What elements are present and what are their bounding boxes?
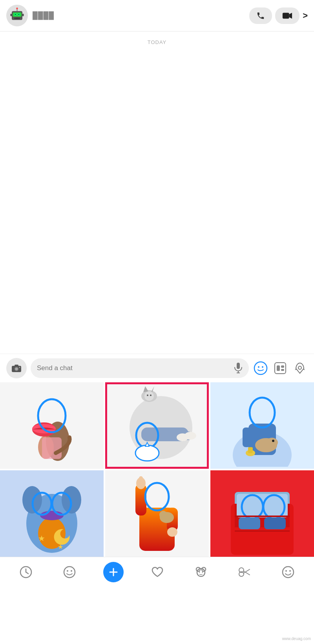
svg-point-93: [67, 570, 68, 572]
svg-rect-54: [243, 427, 250, 447]
header-actions: >: [249, 7, 308, 24]
date-label: TODAY: [148, 39, 167, 45]
svg-point-75: [167, 527, 177, 537]
svg-point-78: [145, 483, 169, 510]
svg-text:★: ★: [38, 534, 45, 543]
tab-recents[interactable]: [16, 562, 36, 582]
svg-marker-15: [289, 13, 292, 18]
svg-rect-86: [264, 517, 286, 529]
mic-button[interactable]: [234, 362, 243, 374]
svg-point-31: [298, 366, 301, 369]
sticker-figure-4: ★ ★: [0, 470, 104, 557]
sticker-item-1[interactable]: [0, 382, 104, 469]
tab-emoji[interactable]: [60, 562, 79, 582]
sticker-figure-2: [107, 384, 207, 467]
sticker-item-2[interactable]: [105, 382, 209, 469]
svg-point-5: [18, 14, 20, 15]
input-bar: [0, 354, 314, 382]
svg-rect-29: [281, 365, 284, 368]
sticker-item-6[interactable]: [210, 470, 314, 557]
bottom-tab-bar: [0, 557, 314, 587]
sticker-item-4[interactable]: ★ ★: [0, 470, 104, 557]
sticker-figure-1: [0, 382, 104, 469]
sticker-figure-5: [105, 470, 209, 557]
header: ████ >: [0, 0, 314, 31]
contact-name: ████: [33, 11, 249, 20]
tab-scissors[interactable]: [235, 562, 254, 582]
svg-point-43: [147, 394, 148, 396]
svg-point-42: [144, 391, 154, 401]
svg-rect-14: [283, 13, 289, 18]
svg-point-56: [266, 438, 278, 447]
svg-point-108: [289, 570, 291, 572]
sticker-section: ★ ★: [0, 382, 314, 557]
svg-point-58: [250, 398, 275, 427]
svg-point-48: [177, 433, 188, 441]
tab-bear[interactable]: [191, 562, 211, 582]
svg-rect-30: [281, 369, 284, 371]
svg-line-91: [26, 572, 28, 574]
svg-point-94: [71, 570, 72, 572]
svg-rect-37: [42, 437, 62, 459]
contact-avatar: [6, 5, 28, 26]
video-call-button[interactable]: [275, 7, 299, 24]
svg-point-106: [283, 567, 294, 578]
svg-rect-60: [248, 447, 253, 453]
tab-add[interactable]: [103, 562, 124, 582]
svg-rect-28: [277, 365, 280, 371]
svg-point-101: [202, 572, 203, 573]
chat-area: TODAY: [0, 31, 314, 354]
message-input[interactable]: [37, 364, 231, 372]
svg-rect-19: [15, 365, 18, 366]
svg-rect-21: [237, 363, 240, 369]
svg-point-20: [19, 367, 20, 368]
svg-point-24: [254, 362, 267, 374]
message-input-wrap: [31, 358, 249, 378]
svg-point-107: [285, 570, 287, 572]
sticker-item-5[interactable]: [105, 470, 209, 557]
svg-rect-12: [10, 14, 12, 16]
svg-rect-85: [239, 517, 260, 529]
svg-point-100: [199, 572, 200, 573]
tab-favorites[interactable]: [148, 562, 167, 582]
sticker-grid: ★ ★: [0, 382, 314, 557]
watermark: www.deuag.com: [282, 637, 311, 641]
svg-point-44: [150, 394, 152, 396]
svg-rect-87: [235, 530, 290, 532]
svg-point-11: [16, 7, 18, 9]
svg-rect-27: [275, 363, 286, 374]
svg-point-26: [262, 366, 263, 368]
svg-point-4: [15, 14, 16, 15]
svg-point-97: [197, 569, 205, 576]
sticker-button[interactable]: [272, 360, 288, 376]
audio-call-button[interactable]: [249, 7, 272, 24]
svg-rect-88: [235, 516, 290, 517]
svg-point-18: [15, 368, 18, 370]
svg-point-25: [258, 366, 259, 368]
svg-point-50: [135, 445, 159, 461]
svg-rect-13: [22, 14, 24, 16]
more-button[interactable]: >: [303, 11, 308, 21]
svg-point-77: [159, 511, 167, 519]
svg-rect-73: [139, 476, 143, 485]
bitmoji-button[interactable]: [292, 360, 308, 376]
sticker-figure-6: [210, 470, 314, 557]
svg-marker-40: [143, 386, 148, 392]
svg-point-92: [64, 567, 75, 578]
svg-rect-1: [13, 12, 22, 17]
sticker-figure-3: [210, 382, 314, 469]
tab-smiley2[interactable]: [278, 562, 298, 582]
sticker-item-3[interactable]: [210, 382, 314, 469]
emoji-button[interactable]: [253, 360, 268, 376]
camera-button[interactable]: [6, 358, 27, 378]
svg-point-57: [272, 440, 274, 442]
